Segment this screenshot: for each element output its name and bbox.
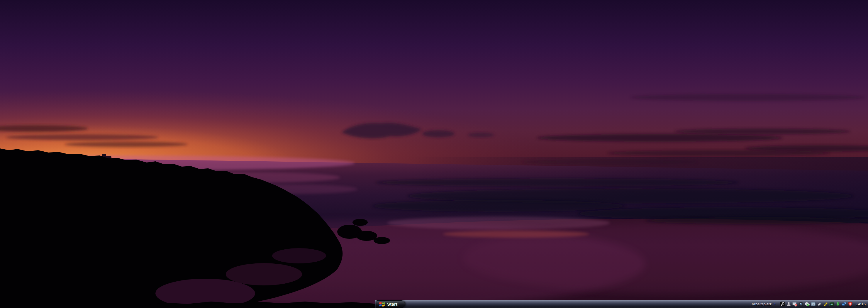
window-error-icon[interactable]	[792, 302, 797, 307]
security-alert-icon[interactable]	[848, 302, 853, 307]
taskbar: Start Arbeitsplatz »	[375, 300, 868, 308]
toolbar-label: Arbeitsplatz	[752, 302, 772, 306]
certificate-check-icon[interactable]	[805, 302, 810, 307]
camera-icon[interactable]	[799, 302, 804, 307]
start-button-label: Start	[387, 302, 397, 307]
taskbar-empty-area	[405, 300, 752, 308]
taskbar-clock[interactable]: 14:15	[856, 302, 866, 306]
start-button[interactable]: Start	[376, 300, 405, 308]
windows-logo-icon	[379, 302, 385, 307]
network-monitors-icon[interactable]	[842, 302, 846, 307]
remote-desktop-icon[interactable]	[811, 302, 816, 307]
toolbar-overflow-chevron[interactable]: »	[774, 301, 775, 306]
desktop-toolbar[interactable]: Arbeitsplatz »	[752, 302, 775, 306]
gpu-temp-value: 61	[831, 303, 833, 306]
wallpaper-image	[0, 0, 868, 308]
gpu-temp-icon[interactable]: 61	[829, 302, 834, 307]
eraser-icon[interactable]	[817, 302, 822, 307]
steam-icon[interactable]	[780, 302, 785, 307]
download-icon[interactable]	[835, 302, 840, 307]
user-status-icon[interactable]	[786, 302, 791, 307]
system-tray: 61	[780, 302, 853, 307]
desktop[interactable]: Start Arbeitsplatz »	[0, 0, 868, 308]
folding-ruler-icon[interactable]	[823, 302, 828, 307]
